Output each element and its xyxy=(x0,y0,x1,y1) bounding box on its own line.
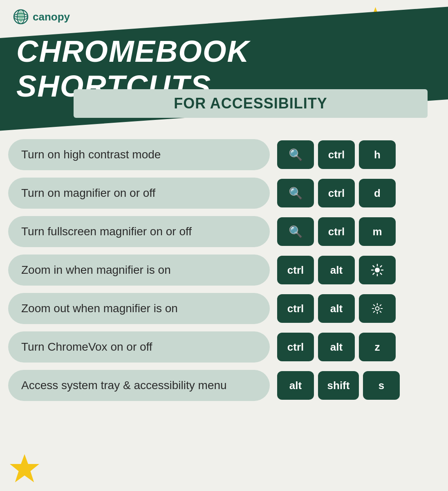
shortcut-keys-1: 🔍 ctrl h xyxy=(277,140,396,169)
key-ctrl-1: ctrl xyxy=(318,140,355,169)
key-search-1: 🔍 xyxy=(277,140,314,169)
header: canopy CHROMEBOOK SHORTCUTS FOR ACCESSIB… xyxy=(0,0,448,127)
svg-line-14 xyxy=(373,266,374,267)
star-bottom-left xyxy=(8,453,41,487)
svg-line-25 xyxy=(380,305,381,306)
shortcuts-section: Turn on high contrast mode 🔍 ctrl h Turn… xyxy=(0,131,448,417)
shortcut-label-7: Access system tray & accessibility menu xyxy=(8,370,270,401)
shortcut-label-1: Turn on high contrast mode xyxy=(8,139,270,170)
svg-line-26 xyxy=(374,311,375,313)
shortcut-row-1: Turn on high contrast mode 🔍 ctrl h xyxy=(8,139,440,170)
key-shift-7: shift xyxy=(318,371,359,400)
key-letter-2: d xyxy=(359,179,396,207)
svg-line-23 xyxy=(374,305,375,306)
shortcut-label-5: Zoom out when magnifier is on xyxy=(8,293,270,324)
key-ctrl-2: ctrl xyxy=(318,179,355,207)
key-letter-1: h xyxy=(359,140,396,169)
canopy-logo-icon xyxy=(12,9,29,25)
shortcut-keys-7: alt shift s xyxy=(277,371,400,400)
svg-marker-27 xyxy=(10,454,39,482)
shortcut-label-4: Zoom in when magnifier is on xyxy=(8,255,270,286)
shortcut-row-6: Turn ChromeVox on or off ctrl alt z xyxy=(8,331,440,363)
shortcut-row-7: Access system tray & accessibility menu … xyxy=(8,370,440,401)
shortcut-row-2: Turn on magnifier on or off 🔍 ctrl d xyxy=(8,178,440,209)
key-brightness-up-4 xyxy=(359,256,396,284)
key-brightness-down-5 xyxy=(359,294,396,323)
shortcut-keys-5: ctrl alt xyxy=(277,294,396,323)
shortcut-keys-2: 🔍 ctrl d xyxy=(277,179,396,207)
svg-point-9 xyxy=(375,268,380,273)
key-alt-4: alt xyxy=(318,256,355,284)
svg-line-16 xyxy=(381,266,382,267)
sub-title: FOR ACCESSIBILITY xyxy=(174,95,327,112)
svg-line-15 xyxy=(381,273,382,275)
shortcut-keys-3: 🔍 ctrl m xyxy=(277,217,396,246)
key-ctrl-3: ctrl xyxy=(318,217,355,246)
key-alt-6: alt xyxy=(318,333,355,361)
svg-line-17 xyxy=(373,273,374,275)
key-ctrl-4: ctrl xyxy=(277,256,314,284)
logo: canopy xyxy=(12,9,70,25)
shortcut-keys-6: ctrl alt z xyxy=(277,333,396,361)
shortcut-row-3: Turn fullscreen magnifier on or off 🔍 ct… xyxy=(8,216,440,247)
shortcut-keys-4: ctrl alt xyxy=(277,256,396,284)
key-alt-5: alt xyxy=(318,294,355,323)
key-ctrl-6: ctrl xyxy=(277,333,314,361)
logo-text: canopy xyxy=(33,11,70,23)
svg-point-18 xyxy=(376,307,379,311)
key-search-3: 🔍 xyxy=(277,217,314,246)
shortcut-row-4: Zoom in when magnifier is on ctrl alt xyxy=(8,255,440,286)
shortcut-row-5: Zoom out when magnifier is on ctrl alt xyxy=(8,293,440,324)
shortcut-label-2: Turn on magnifier on or off xyxy=(8,178,270,209)
key-ctrl-5: ctrl xyxy=(277,294,314,323)
key-alt-7: alt xyxy=(277,371,314,400)
shortcut-label-6: Turn ChromeVox on or off xyxy=(8,331,270,363)
key-letter-6: z xyxy=(359,333,396,361)
shortcut-label-3: Turn fullscreen magnifier on or off xyxy=(8,216,270,247)
key-search-2: 🔍 xyxy=(277,179,314,207)
sub-banner: FOR ACCESSIBILITY xyxy=(74,89,428,118)
key-letter-3: m xyxy=(359,217,396,246)
key-letter-7: s xyxy=(363,371,400,400)
svg-line-24 xyxy=(380,311,381,313)
